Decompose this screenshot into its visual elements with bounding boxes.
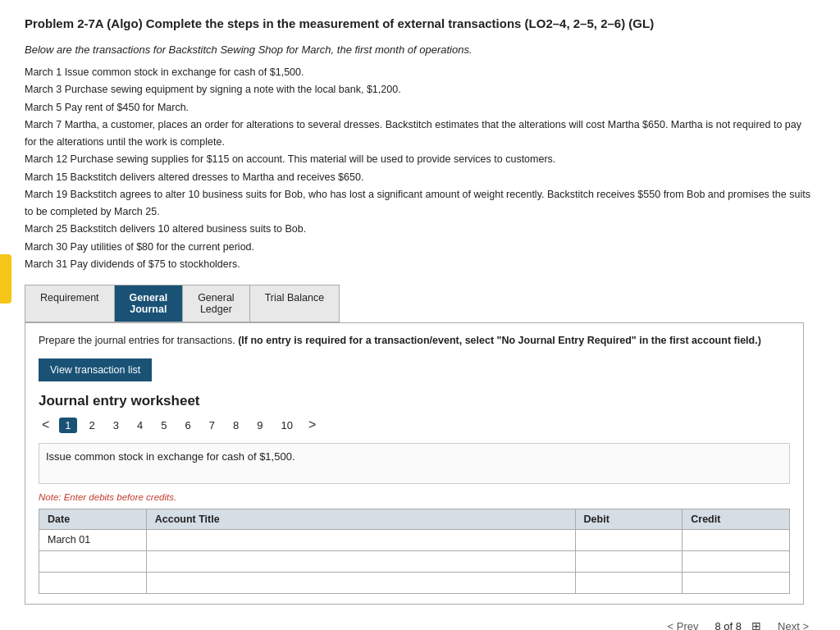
row2-account-cell bbox=[146, 550, 575, 572]
pagination-next-arrow[interactable]: > bbox=[305, 418, 319, 432]
page-5[interactable]: 5 bbox=[155, 418, 172, 433]
row2-credit-cell bbox=[682, 550, 790, 572]
page-4[interactable]: 4 bbox=[131, 418, 148, 433]
tab-trial-balance[interactable]: Trial Balance bbox=[250, 285, 340, 322]
row2-debit-input[interactable] bbox=[584, 555, 674, 567]
page-6[interactable]: 6 bbox=[180, 418, 197, 433]
row1-credit-cell bbox=[682, 529, 790, 550]
transaction-item: March 3 Purchase sewing equipment by sig… bbox=[25, 81, 815, 98]
row2-credit-input[interactable] bbox=[691, 555, 781, 567]
col-header-debit: Debit bbox=[575, 509, 682, 529]
row3-credit-cell bbox=[682, 572, 790, 593]
transaction-item: March 15 Backstitch delivers altered dre… bbox=[25, 169, 815, 186]
page-2[interactable]: 2 bbox=[84, 418, 101, 433]
row1-date: March 01 bbox=[39, 529, 147, 550]
content-area: Prepare the journal entries for transact… bbox=[25, 322, 804, 605]
next-button[interactable]: Next > bbox=[771, 618, 815, 630]
page-3[interactable]: 3 bbox=[107, 418, 125, 433]
transaction-item: March 5 Pay rent of $450 for March. bbox=[25, 99, 815, 116]
tab-section: Requirement GeneralJournal GeneralLedger… bbox=[25, 285, 815, 605]
row3-debit-cell bbox=[575, 572, 682, 593]
pagination-prev-arrow[interactable]: < bbox=[39, 418, 52, 432]
prev-button[interactable]: < Prev bbox=[661, 618, 705, 630]
worksheet-title: Journal entry worksheet bbox=[39, 393, 790, 409]
grid-icon: ⊞ bbox=[751, 619, 761, 630]
tab-bar: Requirement GeneralJournal GeneralLedger… bbox=[25, 285, 340, 322]
transaction-item: March 31 Pay dividends of $75 to stockho… bbox=[25, 256, 815, 273]
col-header-date: Date bbox=[39, 509, 147, 529]
row3-date bbox=[39, 572, 147, 593]
table-row: March 01 bbox=[39, 529, 790, 550]
page-10[interactable]: 10 bbox=[275, 418, 298, 433]
row1-account-input-cell bbox=[146, 529, 575, 550]
row3-account-input[interactable] bbox=[155, 577, 567, 588]
transaction-description: Issue common stock in exchange for cash … bbox=[39, 443, 790, 484]
transaction-item: March 12 Purchase sewing supplies for $1… bbox=[25, 151, 815, 168]
left-accent bbox=[0, 254, 11, 304]
pagination: < 1 2 3 4 5 6 7 8 9 10 > bbox=[39, 418, 790, 433]
note-text: Note: Enter debits before credits. bbox=[39, 492, 790, 502]
table-row bbox=[39, 550, 790, 572]
row1-debit-input[interactable] bbox=[584, 534, 674, 546]
bottom-nav: < Prev 8 of 8 ⊞ Next > bbox=[25, 613, 815, 630]
journal-table: Date Account Title Debit Credit March 01 bbox=[39, 509, 790, 594]
transaction-item: March 25 Backstitch delivers 10 altered … bbox=[25, 221, 815, 238]
row3-account-cell bbox=[146, 572, 575, 593]
row2-debit-cell bbox=[575, 550, 682, 572]
page-1[interactable]: 1 bbox=[59, 418, 76, 433]
page-indicator: 8 of 8 bbox=[715, 620, 742, 630]
row1-debit-cell bbox=[575, 529, 682, 550]
transactions-list: March 1 Issue common stock in exchange f… bbox=[25, 64, 815, 273]
page-7[interactable]: 7 bbox=[203, 418, 221, 433]
row2-date bbox=[39, 550, 147, 572]
problem-title: Problem 2-7A (Algo) Complete the steps i… bbox=[25, 15, 812, 32]
tab-requirement[interactable]: Requirement bbox=[25, 285, 115, 322]
table-row bbox=[39, 572, 790, 593]
transaction-item: March 30 Pay utilities of $80 for the cu… bbox=[25, 239, 815, 256]
instruction-text: Prepare the journal entries for transact… bbox=[39, 333, 790, 349]
transaction-item: March 7 Martha, a customer, places an or… bbox=[25, 116, 815, 152]
row3-debit-input[interactable] bbox=[584, 577, 674, 588]
row2-account-input[interactable] bbox=[155, 555, 567, 567]
intro-text: Below are the transactions for Backstitc… bbox=[25, 43, 815, 56]
page-9[interactable]: 9 bbox=[251, 418, 268, 433]
row1-credit-input[interactable] bbox=[691, 534, 781, 546]
view-transaction-list-button[interactable]: View transaction list bbox=[39, 358, 152, 381]
tab-general-journal[interactable]: GeneralJournal bbox=[115, 285, 184, 322]
transaction-item: March 1 Issue common stock in exchange f… bbox=[25, 64, 815, 81]
transaction-item: March 19 Backstitch agrees to alter 10 b… bbox=[25, 186, 815, 221]
tab-general-ledger[interactable]: GeneralLedger bbox=[183, 285, 249, 322]
page-8[interactable]: 8 bbox=[227, 418, 244, 433]
col-header-account: Account Title bbox=[146, 509, 575, 529]
row3-credit-input[interactable] bbox=[691, 577, 781, 588]
row1-account-input[interactable] bbox=[155, 534, 567, 546]
col-header-credit: Credit bbox=[682, 509, 790, 529]
